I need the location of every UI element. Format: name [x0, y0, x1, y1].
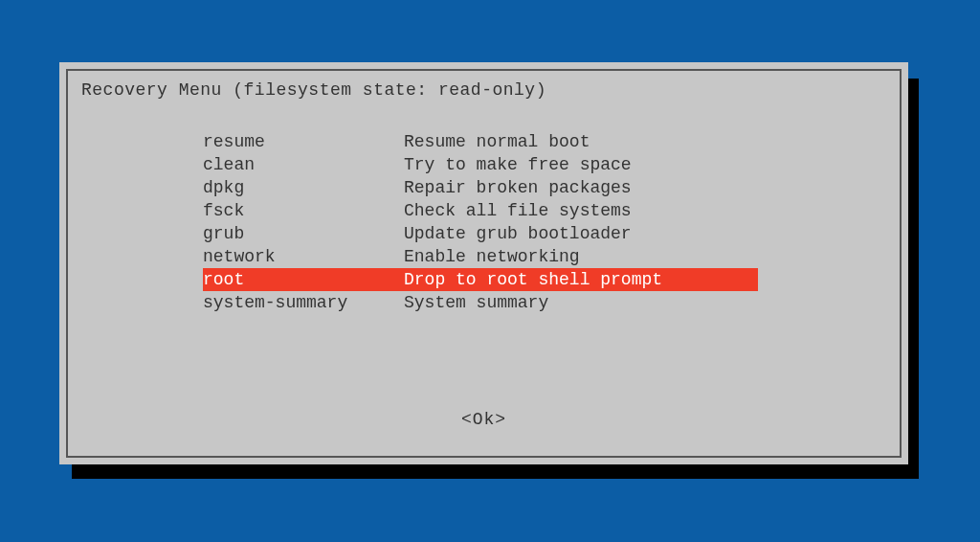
- menu-item-key: clean: [203, 153, 404, 176]
- menu-item-desc: Repair broken packages: [404, 176, 632, 199]
- menu-item-clean[interactable]: clean Try to make free space: [203, 153, 900, 176]
- dialog-border: Recovery Menu (filesystem state: read-on…: [66, 69, 902, 458]
- menu-item-key: fsck: [203, 199, 404, 222]
- menu-item-key: dpkg: [203, 176, 404, 199]
- menu-item-resume[interactable]: resume Resume normal boot: [203, 130, 900, 153]
- menu-item-desc: System summary: [404, 291, 548, 314]
- dialog-title: Recovery Menu (filesystem state: read-on…: [81, 80, 900, 100]
- menu-item-root[interactable]: root Drop to root shell prompt: [203, 268, 758, 291]
- menu-item-key: grub: [203, 222, 404, 245]
- menu-item-desc: Drop to root shell prompt: [404, 268, 662, 291]
- menu-item-system-summary[interactable]: system-summary System summary: [203, 291, 900, 314]
- menu-item-dpkg[interactable]: dpkg Repair broken packages: [203, 176, 900, 199]
- menu-item-key: system-summary: [203, 291, 404, 314]
- menu-item-desc: Try to make free space: [404, 153, 632, 176]
- recovery-menu-dialog: Recovery Menu (filesystem state: read-on…: [59, 62, 908, 464]
- ok-button[interactable]: <Ok>: [68, 410, 900, 429]
- menu-item-key: network: [203, 245, 404, 268]
- menu-list[interactable]: resume Resume normal boot clean Try to m…: [203, 130, 900, 314]
- menu-item-desc: Check all file systems: [404, 199, 632, 222]
- menu-item-desc: Resume normal boot: [404, 130, 590, 153]
- menu-item-key: root: [203, 268, 404, 291]
- menu-item-grub[interactable]: grub Update grub bootloader: [203, 222, 900, 245]
- menu-item-key: resume: [203, 130, 404, 153]
- menu-item-desc: Enable networking: [404, 245, 580, 268]
- menu-item-desc: Update grub bootloader: [404, 222, 632, 245]
- menu-item-fsck[interactable]: fsck Check all file systems: [203, 199, 900, 222]
- menu-item-network[interactable]: network Enable networking: [203, 245, 900, 268]
